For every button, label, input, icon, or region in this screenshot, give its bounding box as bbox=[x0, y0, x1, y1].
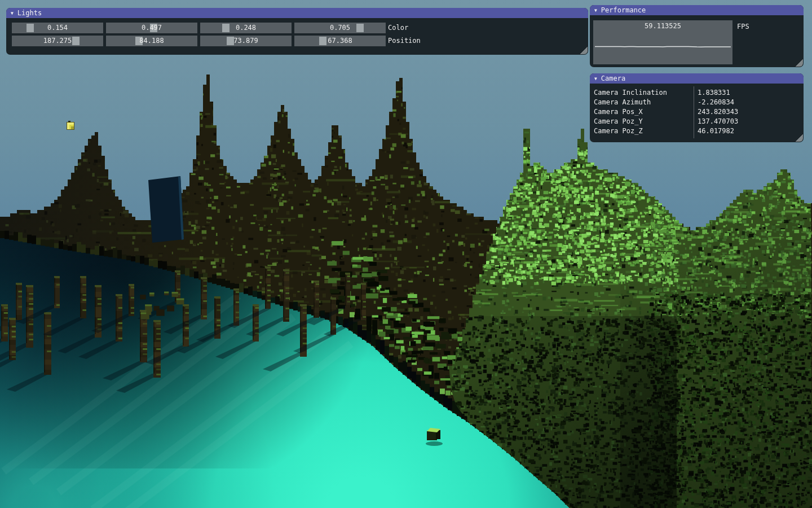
panel-performance: ▼Performance 59.113525 FPS bbox=[590, 5, 804, 67]
panel-camera-titlebar[interactable]: ▼Camera bbox=[590, 73, 804, 84]
collapse-triangle-icon[interactable]: ▼ bbox=[594, 74, 597, 84]
slider-value: 0.497 bbox=[106, 23, 197, 33]
panel-performance-titlebar[interactable]: ▼Performance bbox=[590, 5, 804, 15]
light-position-slider-3[interactable]: 73.879 bbox=[200, 36, 292, 46]
light-position-slider-4[interactable]: 67.368 bbox=[294, 36, 386, 46]
camera-row-pos-z: Camera Poz_Z 46.017982 bbox=[590, 126, 804, 136]
camera-row-value: -2.260834 bbox=[698, 98, 734, 107]
panel-lights: ▼Lights 0.154 0.497 0.248 0.705 Color 18… bbox=[6, 8, 588, 55]
fps-value: 59.113525 bbox=[593, 22, 732, 30]
camera-row-label: Camera Poz_Y bbox=[594, 117, 643, 126]
slider-value: 73.879 bbox=[200, 36, 292, 46]
fps-graph: 59.113525 bbox=[593, 20, 732, 64]
collapse-triangle-icon[interactable]: ▼ bbox=[11, 8, 14, 19]
panel-title: Camera bbox=[601, 75, 625, 82]
panel-lights-titlebar[interactable]: ▼Lights bbox=[6, 8, 588, 18]
light-color-slider-3[interactable]: 0.248 bbox=[200, 23, 292, 33]
slider-value: 84.188 bbox=[106, 36, 197, 46]
camera-row-value: 46.017982 bbox=[698, 126, 734, 136]
camera-row-label: Camera Azimuth bbox=[594, 98, 651, 107]
fps-label: FPS bbox=[737, 23, 749, 30]
light-position-slider-1[interactable]: 187.275 bbox=[12, 36, 103, 46]
resize-grip[interactable] bbox=[580, 46, 588, 54]
panel-title: Lights bbox=[17, 9, 42, 17]
resize-grip[interactable] bbox=[795, 59, 803, 67]
slider-value: 0.705 bbox=[294, 23, 386, 33]
camera-row-pos-x: Camera Pos_X 243.820343 bbox=[590, 107, 804, 117]
light-color-row-label: Color bbox=[388, 23, 408, 33]
panel-title: Performance bbox=[601, 6, 646, 14]
resize-grip[interactable] bbox=[795, 134, 803, 142]
light-color-slider-4[interactable]: 0.705 bbox=[294, 23, 386, 33]
camera-row-label: Camera Pos_X bbox=[594, 107, 643, 117]
camera-row-pos-y: Camera Poz_Y 137.470703 bbox=[590, 117, 804, 126]
collapse-triangle-icon[interactable]: ▼ bbox=[594, 6, 597, 16]
app-window: ▼Lights 0.154 0.497 0.248 0.705 Color 18… bbox=[0, 0, 812, 508]
light-color-slider-2[interactable]: 0.497 bbox=[106, 23, 197, 33]
camera-row-label: Camera Inclination bbox=[594, 88, 667, 98]
camera-row-inclination: Camera Inclination 1.838331 bbox=[590, 88, 804, 98]
slider-value: 0.248 bbox=[200, 23, 292, 33]
light-position-row-label: Position bbox=[388, 36, 421, 46]
panel-camera: ▼Camera Camera Inclination 1.838331 Came… bbox=[590, 73, 804, 142]
camera-row-value: 137.470703 bbox=[698, 117, 738, 126]
camera-row-value: 243.820343 bbox=[698, 107, 738, 117]
light-position-slider-2[interactable]: 84.188 bbox=[106, 36, 197, 46]
camera-row-azimuth: Camera Azimuth -2.260834 bbox=[590, 98, 804, 107]
light-color-slider-1[interactable]: 0.154 bbox=[12, 23, 103, 33]
camera-row-value: 1.838331 bbox=[698, 88, 730, 98]
slider-value: 67.368 bbox=[294, 36, 386, 46]
slider-value: 0.154 bbox=[12, 23, 103, 33]
camera-row-label: Camera Poz_Z bbox=[594, 126, 643, 136]
slider-value: 187.275 bbox=[12, 36, 103, 46]
